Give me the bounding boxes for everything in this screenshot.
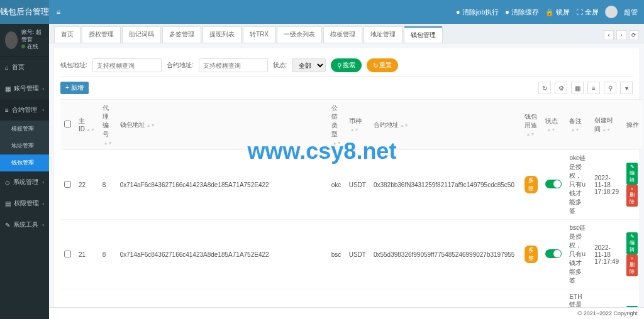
menu-icon: ◇ xyxy=(5,179,10,186)
cell-coin: USDT xyxy=(345,220,370,289)
status-select[interactable]: 全部 xyxy=(292,58,326,72)
column-header[interactable]: 钱包地址▲▼ xyxy=(116,100,328,150)
tab[interactable]: 助记词码 xyxy=(122,26,161,43)
cell-note: okc链是授权，只有u钱才能多签 xyxy=(565,150,591,220)
cell-id: 22 xyxy=(75,150,99,220)
toolbar-icon[interactable]: ↻ xyxy=(538,82,551,94)
sort-icon: ▲▼ xyxy=(547,127,555,132)
main: 首页授权管理助记词码多签管理提现列表转TRX一级余列表模板管理地址管理钱包管理 … xyxy=(49,24,644,319)
reset-button[interactable]: ↻ 重置 xyxy=(367,58,398,72)
sidebar-item[interactable]: ▤权限管理› xyxy=(0,193,49,214)
tab[interactable]: 提现列表 xyxy=(203,26,242,43)
tab[interactable]: 一级余列表 xyxy=(277,26,322,43)
sidebar-item[interactable]: ✎系统工具› xyxy=(0,214,49,235)
usage-badge: 多签 xyxy=(525,246,538,263)
username[interactable]: 超管 xyxy=(624,8,638,17)
search-button[interactable]: ⚲ 搜索 xyxy=(331,58,362,72)
sidebar-subitem[interactable]: 地址管理 xyxy=(0,138,49,154)
sort-icon: ▲▼ xyxy=(86,127,95,132)
sort-icon: ▲▼ xyxy=(570,127,579,132)
chevron-icon: › xyxy=(42,222,44,228)
add-button[interactable]: + 新增 xyxy=(60,82,89,94)
tab[interactable]: 首页 xyxy=(54,26,80,43)
sort-icon: ▲▼ xyxy=(350,127,359,132)
sort-icon: ▲▼ xyxy=(333,141,341,145)
header-btn[interactable]: ●清除缓存 xyxy=(505,8,539,17)
tab-control-icon[interactable]: ⟳ xyxy=(629,30,639,40)
sidebar-item[interactable]: ⌂首页 xyxy=(0,57,49,78)
filter-label: 合约地址: xyxy=(167,61,194,70)
tabs: 首页授权管理助记词码多签管理提现列表转TRX一级余列表模板管理地址管理钱包管理 … xyxy=(49,24,644,43)
sort-icon: ▲▼ xyxy=(104,141,113,145)
column-header[interactable]: 公链类型▲▼ xyxy=(328,100,345,150)
tab[interactable]: 多签管理 xyxy=(162,26,201,43)
filter-label: 状态: xyxy=(273,61,287,70)
chevron-icon: › xyxy=(42,107,44,113)
menu-icon: ▤ xyxy=(5,200,11,207)
header-btn[interactable]: ●清除job执行 xyxy=(456,8,499,17)
sidebar-item[interactable]: ▦账号管理› xyxy=(0,78,49,99)
header-right: ●清除job执行●清除缓存🔒锁屏⛶全屏 超管 xyxy=(456,6,644,18)
sidebar-user: 账号: 超管官 在线 xyxy=(0,24,49,57)
tab[interactable]: 钱包管理 xyxy=(404,26,443,43)
column-header[interactable]: 代理编号▲▼ xyxy=(99,100,116,150)
status-toggle[interactable] xyxy=(545,180,562,188)
chevron-icon: › xyxy=(42,180,44,185)
contract-addr-input[interactable] xyxy=(199,58,268,72)
cell-id: 21 xyxy=(75,220,99,289)
toolbar-icon[interactable]: ▦ xyxy=(571,82,584,94)
toolbar-icon[interactable]: ≡ xyxy=(587,82,600,94)
sort-icon: ▲▼ xyxy=(602,127,611,132)
cell-waddr: 0x714aF6c843627166c41423A8de185A71A752E4… xyxy=(116,150,328,220)
edit-button[interactable]: ✎编辑 xyxy=(626,232,638,254)
cell-agent: 8 xyxy=(99,150,116,220)
menu-icon: ✎ xyxy=(5,222,10,229)
chevron-icon: › xyxy=(42,86,44,92)
header-btn[interactable]: ⛶全屏 xyxy=(576,8,599,17)
sidebar-status: 在线 xyxy=(27,43,38,50)
tab[interactable]: 转TRX xyxy=(243,26,275,43)
column-header[interactable]: 币种▲▼ xyxy=(345,100,370,150)
tab[interactable]: 地址管理 xyxy=(364,26,402,43)
cell-coin: USDT xyxy=(345,150,370,220)
tab-control-icon[interactable]: ‹ xyxy=(604,30,614,40)
cell-caddr: 0x55d398326f99059ff775485246999027b31979… xyxy=(370,220,521,289)
column-header[interactable]: 合约地址▲▼ xyxy=(370,100,521,150)
wallet-addr-input[interactable] xyxy=(92,58,162,72)
column-header[interactable]: 创建时间▲▼ xyxy=(591,100,623,150)
status-toggle[interactable] xyxy=(545,249,562,258)
toolbar-icon[interactable]: ⚙ xyxy=(555,82,567,94)
row-checkbox[interactable] xyxy=(64,251,71,257)
header: 钱包后台管理 ≡ ●清除job执行●清除缓存🔒锁屏⛶全屏 超管 xyxy=(0,0,644,24)
column-header[interactable] xyxy=(60,100,75,150)
column-header[interactable]: 钱包用途▲▼ xyxy=(521,100,541,150)
select-all-checkbox[interactable] xyxy=(64,121,71,127)
tab[interactable]: 模板管理 xyxy=(323,26,362,43)
footer: © 2021~2022 Copyright xyxy=(49,307,644,319)
header-btn[interactable]: 🔒锁屏 xyxy=(545,8,570,17)
column-header[interactable]: 状态▲▼ xyxy=(541,100,565,150)
column-header[interactable]: 备注▲▼ xyxy=(565,100,591,150)
delete-button[interactable]: ×删除 xyxy=(626,254,638,276)
cell-time: 2022-11-18 17:17:49 xyxy=(591,220,623,289)
toolbar-icon[interactable]: ⚲ xyxy=(604,82,616,94)
sidebar-item[interactable]: ◇系统管理› xyxy=(0,171,49,193)
tab[interactable]: 授权管理 xyxy=(82,26,121,43)
sidebar-item[interactable]: ≡合约管理› xyxy=(0,99,49,121)
sidebar-subitem[interactable]: 钱包管理 xyxy=(0,154,49,171)
column-header[interactable]: 操作 xyxy=(623,100,643,150)
sidebar-subitem[interactable]: 模板管理 xyxy=(0,121,49,138)
menu-icon: ▦ xyxy=(5,85,11,92)
cell-chain: bsc xyxy=(328,220,345,289)
menu-icon: ⌂ xyxy=(5,64,9,71)
edit-button[interactable]: ✎编辑 xyxy=(626,163,638,185)
toolbar-icon[interactable]: ▾ xyxy=(620,82,633,94)
row-checkbox[interactable] xyxy=(64,181,71,188)
filters: 钱包地址: 合约地址: 状态: 全部 ⚲ 搜索 ↻ 重置 xyxy=(60,55,633,77)
delete-button[interactable]: ×删除 xyxy=(626,185,638,207)
column-header[interactable]: 主ID▲▼ xyxy=(75,100,99,150)
avatar[interactable] xyxy=(605,6,618,18)
sidebar-toggle[interactable]: ≡ xyxy=(49,8,68,16)
tab-control-icon[interactable]: › xyxy=(616,30,626,40)
avatar-icon xyxy=(5,31,18,49)
